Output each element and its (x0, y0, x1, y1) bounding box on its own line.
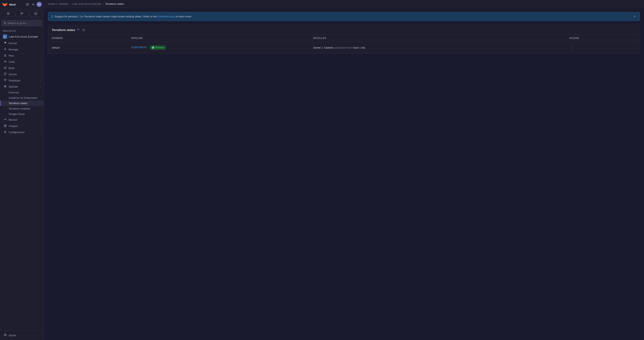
project-name-label: Labs K3s Azure Example (9, 35, 38, 38)
details-action: actualizado hace (334, 46, 353, 49)
gitlab-logo (2, 2, 8, 7)
states-table: Nombre Pipeline Detalles Acción default … (48, 35, 640, 53)
entornos-label: Entornos (8, 91, 19, 94)
sidebar-item-configuracion[interactable]: Configuración › (0, 129, 44, 135)
main-content: Daniel J. Saldaña / Labs K3s Azure Examp… (44, 0, 644, 340)
sidebar-item-terraform-modules[interactable]: Terraform modules (0, 106, 44, 111)
sidebar-item-label-plan: Plan (8, 54, 14, 57)
avatar[interactable]: DJ (36, 2, 42, 7)
details-cell: Daniel J. Saldaña actualizado hace hace … (310, 42, 566, 54)
sidebar-item-ayuda[interactable]: Ayuda (0, 332, 44, 338)
terraform-states-section: Terraform states 1 Nombre Pipeline Detal… (48, 25, 640, 54)
deploy-icon (4, 79, 7, 82)
manage-icon (4, 48, 7, 51)
snippets-button[interactable] (29, 10, 42, 16)
chevron-right-icon: › (40, 42, 41, 44)
sidebar-item-entornos[interactable]: Entornos (0, 90, 44, 95)
kubernetes-label: Clústeres de Kubernetes (8, 96, 37, 99)
sidebar-item-label-operate: Operate (8, 85, 18, 88)
sidebar-item-manage[interactable]: Manage › (0, 46, 44, 52)
sidebar-toggle-button[interactable] (25, 2, 30, 7)
section-header: Terraform states 1 (48, 25, 640, 35)
chevron-right-icon-monitor: › (40, 119, 41, 121)
merge-requests-button[interactable] (16, 10, 28, 16)
content-area: ℹ Support for periods ('.') in Terraform… (44, 8, 644, 340)
table-row: default #1391099701 ✓ Passed Daniel J. S… (48, 42, 640, 54)
sidebar-item-code[interactable]: Code › (0, 59, 44, 65)
banner-close-button[interactable]: ✕ (632, 14, 636, 18)
sidebar-item-label-secure: Secure (8, 73, 17, 76)
state-name-cell: default (48, 42, 128, 54)
sidebar-nav: Pinned › Manage › Plan › Code › (0, 40, 44, 135)
chevron-right-icon-manage: › (40, 48, 41, 51)
sidebar-item-pinned[interactable]: Pinned › (0, 40, 44, 46)
passed-label: Passed (156, 46, 164, 49)
chevron-right-icon-desplegar: › (40, 79, 41, 82)
section-count-badge: 1 (82, 28, 86, 32)
table-header: Nombre Pipeline Detalles Acción (48, 35, 640, 42)
pipeline-link[interactable]: #1391099701 (131, 46, 147, 49)
sidebar-item-analyze[interactable]: Analyze › (0, 123, 44, 129)
svg-marker-11 (4, 54, 6, 56)
search-label: Search or go to... (8, 22, 28, 24)
svg-rect-1 (26, 4, 29, 4)
details-author: Daniel J. Saldaña (313, 46, 334, 49)
sidebar-top-icons: DJ (25, 2, 42, 7)
chevron-right-icon-configuracion: › (40, 131, 41, 134)
info-banner-text: Support for periods ('.') in Terraform s… (54, 15, 630, 18)
project-avatar: L (3, 34, 7, 39)
breadcrumb-project[interactable]: Labs K3s Azure Example (72, 2, 101, 6)
svg-rect-0 (26, 3, 29, 4)
sidebar-item-build[interactable]: Build › (0, 65, 44, 71)
monitor-icon (4, 118, 7, 122)
new-item-button[interactable] (31, 2, 36, 6)
project-name-item[interactable]: L Labs K3s Azure Example (0, 33, 44, 40)
svg-point-13 (4, 85, 6, 87)
svg-point-6 (21, 14, 22, 15)
action-cell: ⋮ (566, 42, 640, 54)
chevron-right-icon-analyze: › (40, 125, 41, 127)
sidebar-item-desplegar[interactable]: Desplegar › (0, 77, 44, 84)
terraform-svg-icon (77, 28, 80, 31)
sidebar-item-google-cloud[interactable]: Google Cloud (0, 111, 44, 117)
sidebar-item-plan[interactable]: Plan › (0, 52, 44, 59)
troubleshooting-link[interactable]: troubleshooting (158, 15, 175, 18)
col-accion: Acción (566, 35, 640, 42)
chevron-right-icon-code: › (40, 61, 41, 63)
terraform-states-label: Terraform states (8, 102, 28, 105)
details-time: hace 1 día (353, 46, 365, 49)
sidebar-item-kubernetes[interactable]: Clústeres de Kubernetes (0, 95, 44, 100)
sidebar-item-label-analyze: Analyze (8, 124, 18, 128)
issues-button[interactable] (2, 10, 14, 16)
google-cloud-label: Google Cloud (8, 112, 24, 116)
sidebar-actions (0, 9, 44, 18)
breadcrumb-current: Terraform states (105, 2, 124, 6)
sidebar-footer: Ayuda (0, 330, 44, 340)
search-bar[interactable]: Search or go to... (2, 20, 42, 26)
sidebar-item-monitor[interactable]: Monitor › (0, 117, 44, 123)
svg-point-4 (8, 13, 8, 14)
sidebar-item-operate[interactable]: Operate ⌄ (0, 84, 44, 90)
breadcrumb-sep-1: / (70, 2, 71, 6)
svg-point-16 (5, 132, 6, 132)
sidebar-item-label-desplegar: Desplegar (8, 79, 20, 82)
col-pipeline: Pipeline (128, 35, 310, 42)
sidebar-item-label-code: Code (8, 60, 15, 63)
col-detalles: Detalles (310, 35, 566, 42)
state-name: default (52, 46, 60, 49)
pipeline-cell: #1391099701 ✓ Passed (128, 42, 310, 54)
operate-icon (4, 85, 7, 88)
proyecto-label: Proyecto (0, 28, 44, 33)
info-icon: ℹ (51, 14, 52, 18)
row-action-button[interactable]: ⋮ (569, 44, 576, 50)
chevron-right-icon-build: › (40, 67, 41, 69)
ayuda-label: Ayuda (8, 334, 16, 337)
sidebar-item-label-pinned: Pinned (8, 42, 16, 45)
sidebar-item-terraform-states[interactable]: Terraform states (0, 100, 44, 106)
sidebar-item-label-configuracion: Configuración (8, 131, 24, 134)
search-icon (4, 22, 6, 24)
svg-point-10 (5, 49, 6, 50)
sidebar-item-secure[interactable]: Secure › (0, 71, 44, 77)
breadcrumb-user[interactable]: Daniel J. Saldaña (48, 2, 68, 6)
col-nombre: Nombre (48, 35, 128, 42)
